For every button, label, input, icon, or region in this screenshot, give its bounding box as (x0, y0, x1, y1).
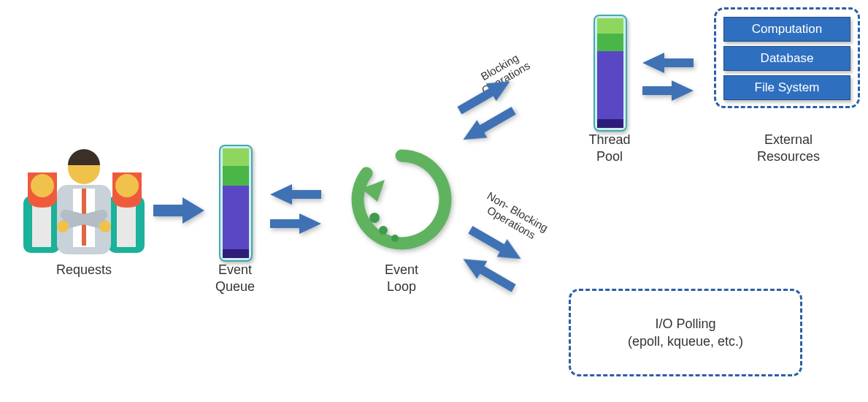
external-resources-label-line: External (764, 132, 813, 147)
io-polling-line: I/O Polling (655, 316, 715, 331)
arrow-right-icon (153, 196, 204, 228)
svg-point-20 (379, 226, 388, 235)
arrow-right-icon (270, 212, 321, 238)
external-resource-item: File System (723, 75, 850, 100)
io-polling-line: (epoll, kqueue, etc.) (628, 334, 743, 349)
queue-segment (223, 166, 249, 186)
event-loop-label-line: Event (385, 262, 418, 277)
event-loop-label: Event Loop (365, 262, 438, 295)
svg-marker-26 (642, 53, 694, 73)
external-resource-item: Database (723, 46, 850, 71)
arrow-left-icon (270, 183, 321, 209)
svg-point-5 (115, 174, 139, 197)
queue-segment (223, 249, 249, 258)
external-resource-item: Computation (723, 17, 850, 42)
io-polling-box: I/O Polling (epoll, kqueue, etc.) (569, 289, 802, 376)
svg-point-12 (57, 221, 69, 232)
event-queue-label: Event Queue (199, 262, 272, 295)
svg-point-21 (391, 235, 399, 242)
io-polling-text: I/O Polling (epoll, kqueue, etc.) (628, 315, 743, 351)
event-loop-diagram: Requests Event Queue (0, 0, 868, 402)
svg-rect-1 (32, 202, 51, 247)
svg-point-13 (99, 221, 111, 232)
pool-segment (597, 34, 623, 51)
svg-marker-17 (270, 213, 321, 234)
external-resources-box: Computation Database File System (714, 7, 860, 108)
svg-marker-15 (153, 197, 204, 224)
arrow-right-icon (642, 79, 694, 105)
pool-segment (597, 18, 623, 34)
pool-segment (597, 51, 623, 119)
queue-segment (223, 186, 249, 249)
event-queue-label-line: Event (218, 262, 252, 277)
external-resources-label-line: Resources (757, 149, 820, 164)
thread-pool-label-line: Pool (596, 149, 623, 164)
queue-segment (223, 148, 249, 166)
svg-marker-27 (642, 80, 694, 101)
users-icon (22, 145, 146, 254)
requests-label: Requests (40, 262, 128, 278)
pool-segment (597, 119, 623, 128)
event-queue-label-line: Queue (215, 279, 255, 294)
thread-pool-icon (594, 15, 627, 132)
svg-rect-4 (117, 202, 136, 247)
event-loop-icon (347, 145, 456, 254)
thread-pool-label: Thread Pool (573, 132, 646, 164)
thread-pool-label-line: Thread (588, 132, 630, 147)
event-loop-label-line: Loop (387, 279, 416, 294)
arrow-left-icon (642, 51, 694, 77)
svg-point-19 (369, 213, 380, 223)
event-queue-icon (219, 145, 253, 262)
external-resources-label: External Resources (730, 132, 847, 164)
svg-point-2 (31, 174, 54, 197)
svg-marker-16 (270, 184, 321, 205)
